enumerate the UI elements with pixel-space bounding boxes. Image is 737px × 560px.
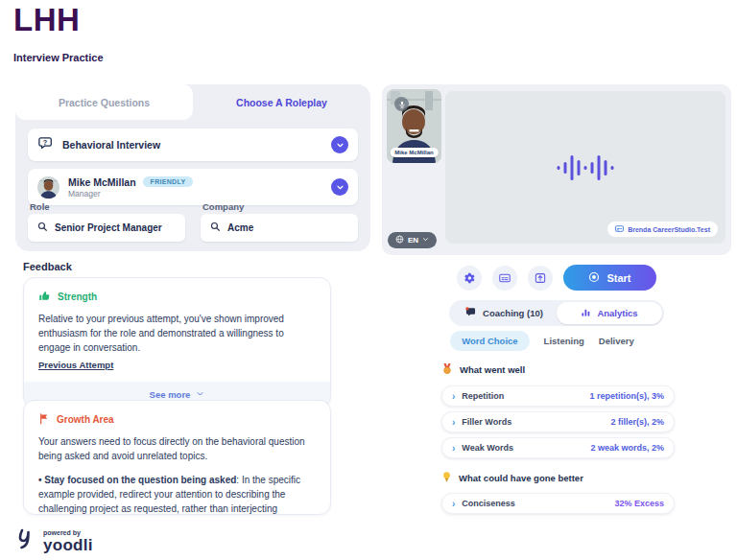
growth-area-card: Growth Area Your answers need to focus d…	[23, 400, 331, 515]
yoodli-wordmark: yoodli	[43, 537, 93, 555]
chat-bubble-icon	[464, 306, 477, 320]
scenario-label: Behavioral Interview	[62, 139, 160, 151]
video-stage-panel: Mike McMillan Brenda CareerStudio.Test E…	[382, 84, 731, 255]
account-pill[interactable]: Brenda CareerStudio.Test	[607, 222, 718, 237]
bar-chart-icon	[581, 307, 591, 319]
settings-button[interactable]	[457, 266, 482, 291]
language-selector[interactable]: EN	[388, 232, 437, 248]
lightbulb-icon	[441, 471, 452, 484]
feedback-heading: Feedback	[23, 261, 72, 272]
role-field-label: Role	[28, 201, 185, 212]
search-icon	[37, 222, 48, 234]
chevron-right-icon: ›	[452, 499, 455, 509]
tab-practice-questions[interactable]: Practice Questions	[15, 84, 193, 120]
speaker-video-thumbnail[interactable]: Mike McMillan	[387, 89, 441, 163]
thumbs-up-icon	[38, 290, 51, 304]
persona-subtitle: Manager	[68, 189, 193, 198]
company-field-label: Company	[201, 201, 358, 212]
subtab-word-choice[interactable]: Word Choice	[450, 331, 529, 351]
start-button[interactable]: Start	[563, 265, 656, 291]
persona-name: Mike McMillan	[68, 176, 136, 188]
persona-dropdown[interactable]: Mike McMillan FRIENDLY Manager	[28, 169, 358, 205]
growth-bullet: • Stay focused on the question being ask…	[38, 473, 316, 515]
mic-icon[interactable]	[394, 97, 409, 111]
recording-controls: Start	[382, 265, 731, 291]
persona-temperament-badge: FRIENDLY	[143, 176, 194, 187]
role-input[interactable]: Senior Project Manager	[28, 214, 185, 242]
user-video-area: Brenda CareerStudio.Test	[445, 91, 725, 244]
lhh-logo: LHH	[13, 2, 80, 38]
persona-avatar	[37, 176, 59, 198]
tab-choose-a-roleplay[interactable]: Choose A Roleplay	[193, 84, 370, 120]
previous-attempt-link[interactable]: Previous Attempt	[38, 360, 113, 370]
growth-title: Growth Area	[57, 414, 114, 425]
company-input[interactable]: Acme	[201, 214, 358, 242]
account-pill-label: Brenda CareerStudio.Test	[628, 226, 710, 233]
interview-practice-app: LHH Interview Practice Practice Question…	[0, 0, 737, 560]
flag-icon	[38, 412, 50, 427]
page-title: Interview Practice	[13, 52, 104, 63]
captions-button[interactable]	[492, 266, 517, 291]
svg-text:?: ?	[43, 137, 47, 146]
subtab-delivery[interactable]: Delivery	[599, 336, 634, 346]
chevron-down-icon	[422, 236, 429, 245]
company-input-value: Acme	[227, 222, 253, 233]
globe-icon	[395, 235, 404, 245]
yoodli-logo-icon	[15, 525, 38, 555]
scenario-dropdown[interactable]: ? Behavioral Interview	[28, 128, 358, 161]
search-icon	[210, 222, 221, 234]
medal-icon	[441, 362, 453, 377]
yoodli-attribution: powered by yoodli	[15, 525, 93, 555]
scenario-chevron-down-icon[interactable]	[331, 136, 348, 153]
strength-body: Relative to your previous attempt, you'v…	[38, 312, 316, 355]
metric-row-repetition[interactable]: › Repetition 1 repetition(s), 3%	[441, 385, 675, 407]
language-code: EN	[408, 236, 418, 245]
chevron-right-icon: ›	[452, 443, 455, 454]
tab-coaching[interactable]: Coaching (10)	[451, 302, 557, 324]
chevron-down-icon	[196, 389, 204, 400]
persona-chevron-down-icon[interactable]	[331, 178, 348, 196]
question-bubble-icon: ?	[37, 135, 54, 155]
powered-by-label: powered by	[43, 529, 93, 537]
growth-body: Your answers need to focus directly on t…	[38, 434, 316, 463]
config-tabs: Practice Questions Choose A Roleplay	[15, 84, 370, 120]
subtab-listening[interactable]: Listening	[544, 336, 584, 346]
metric-row-conciseness[interactable]: › Conciseness 32% Excess	[441, 493, 675, 514]
upload-button[interactable]	[528, 266, 553, 291]
chevron-right-icon: ›	[452, 417, 455, 428]
roleplay-config-panel: Practice Questions Choose A Roleplay ? B…	[15, 84, 370, 251]
metric-row-weak-words[interactable]: › Weak Words 2 weak words, 2%	[441, 437, 675, 458]
record-icon	[588, 271, 600, 285]
transcript-icon	[615, 224, 624, 234]
went-well-heading: What went well	[460, 364, 525, 375]
strength-title: Strength	[58, 292, 97, 302]
waveform-icon	[558, 155, 614, 180]
results-tabs: Coaching (10) Analytics	[449, 300, 664, 326]
metric-row-filler-words[interactable]: › Filler Words 2 filler(s), 2%	[441, 411, 675, 432]
speaker-name-label: Mike McMillan	[390, 148, 438, 157]
analytics-subtabs: Word Choice Listening Delivery	[368, 331, 717, 351]
role-input-value: Senior Project Manager	[55, 222, 162, 233]
gone-better-heading: What could have gone better	[459, 473, 583, 483]
tab-analytics[interactable]: Analytics	[557, 302, 662, 324]
chevron-right-icon: ›	[452, 391, 455, 402]
strength-card: Strength Relative to your previous attem…	[23, 277, 331, 408]
